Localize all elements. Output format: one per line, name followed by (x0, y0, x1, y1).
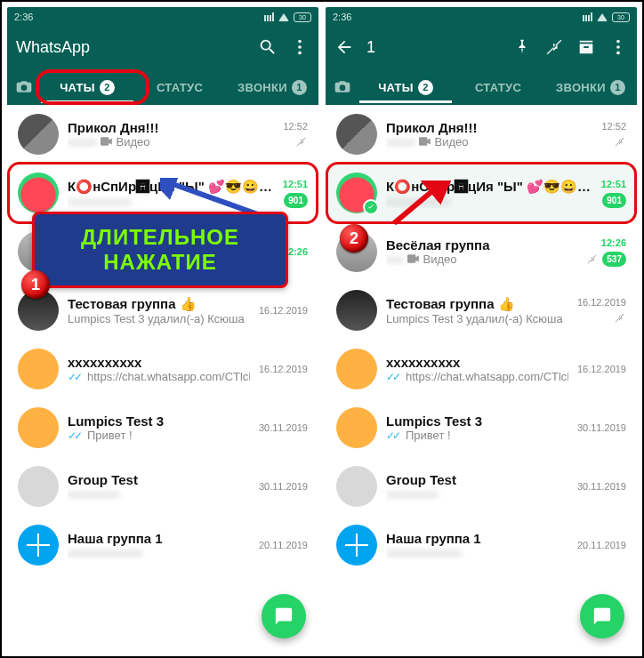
status-bar: 2:36 30 (326, 7, 637, 27)
status-time: 2:36 (333, 12, 351, 22)
chat-row[interactable]: Наша группа 1 xxxxxxxxxxxxx 20.11.2019 (7, 516, 318, 574)
unread-badge: 901 (602, 193, 626, 208)
chat-name: Тестовая группа 👍 (68, 296, 250, 312)
chat-name: Lumpics Test 3 (386, 413, 568, 429)
chat-name: Group Test (386, 472, 568, 487)
svg-point-0 (298, 40, 302, 44)
chat-preview: xxx Видео (386, 253, 576, 266)
chat-preview: Lumpics Test 3 удалил(-а) Ксюша (386, 312, 568, 325)
avatar[interactable] (336, 525, 377, 566)
tab-chats[interactable]: ЧАТЫ 2 (41, 70, 133, 103)
chat-preview: xxxxx Видео (386, 135, 592, 148)
tab-calls[interactable]: ЗВОНКИ 1 (544, 70, 637, 103)
svg-point-5 (616, 45, 620, 49)
chats-badge: 2 (100, 80, 115, 95)
chat-name: К⭕нСпИр🅰цИя "Ы" 💕😎😀👏 (386, 179, 592, 195)
chat-row[interactable]: Lumpics Test 3 ✓✓Привет ! 30.11.2019 (326, 398, 637, 457)
chat-row[interactable]: Весёлая группа xxx Видео 12:26 537 (326, 222, 637, 281)
phone-left: 2:36 30 WhatsApp ЧАТЫ 2 СТАТУС ЗВОНКИ 1 (7, 7, 318, 651)
status-bar: 2:36 30 (7, 7, 318, 27)
avatar[interactable] (18, 525, 59, 566)
chat-row[interactable]: Lumpics Test 3 ✓✓Привет ! 30.11.2019 (7, 398, 318, 457)
mute-icon (613, 135, 626, 148)
mute-icon (613, 311, 626, 325)
chat-row[interactable]: xxxxxxxxxx ✓✓https://chat.whatsapp.com/C… (326, 340, 637, 398)
battery-icon: 30 (294, 12, 311, 22)
svg-point-6 (616, 52, 620, 55)
chat-row[interactable]: К⭕нСпИр🅰цИя "Ы" 💕😎😀👏 xxxxxxxxxxx 12:51 9… (326, 164, 637, 222)
wifi-icon (278, 13, 289, 21)
battery-icon: 30 (612, 12, 630, 22)
chat-preview: ✓✓https://chat.whatsapp.com/CTlcBFu... (386, 370, 568, 383)
tab-calls[interactable]: ЗВОНКИ 1 (226, 70, 318, 103)
signal-icon (580, 12, 592, 21)
calls-badge: 1 (610, 80, 625, 95)
mute-icon[interactable] (544, 37, 564, 57)
video-icon (101, 135, 113, 148)
more-icon[interactable] (290, 37, 310, 57)
chat-preview: ✓✓https://chat.whatsapp.com/CTlcBFu... (68, 370, 250, 383)
avatar[interactable] (336, 173, 377, 213)
back-icon[interactable] (334, 37, 354, 57)
chat-name: К⭕нСпИр🅰цИя "Ы" 💕😎😀👏 (68, 179, 274, 195)
chat-row[interactable]: Тестовая группа 👍 Lumpics Test 3 удалил(… (326, 281, 637, 340)
camera-icon[interactable] (7, 77, 41, 95)
chat-name: Наша группа 1 (386, 531, 568, 546)
tabs: ЧАТЫ 2 СТАТУС ЗВОНКИ 1 (7, 68, 318, 105)
mute-icon (294, 135, 308, 148)
tab-status[interactable]: СТАТУС (133, 71, 226, 102)
svg-point-4 (616, 40, 620, 44)
svg-point-1 (298, 45, 302, 49)
avatar[interactable] (18, 407, 59, 448)
new-chat-fab[interactable] (262, 594, 306, 638)
unread-badge: 901 (284, 193, 308, 208)
chat-list: Прикол Дня!!! xxxxx Видео 12:52 К⭕нСпИр🅰… (7, 105, 318, 651)
chat-name: Наша группа 1 (68, 531, 250, 546)
step-marker-1: 1 (21, 270, 50, 299)
new-chat-fab[interactable] (580, 594, 624, 638)
chat-name: Group Test (68, 472, 250, 487)
chat-name: Тестовая группа 👍 (386, 296, 568, 312)
chat-preview: ✓✓Привет ! (68, 429, 250, 442)
avatar[interactable] (18, 114, 59, 155)
chat-name: Прикол Дня!!! (68, 120, 274, 135)
chat-row[interactable]: Прикол Дня!!! xxxxx Видео 12:52 (326, 105, 637, 164)
unread-badge: 537 (602, 252, 626, 267)
app-title: WhatsApp (16, 38, 246, 57)
avatar[interactable] (336, 290, 377, 331)
chat-row[interactable]: Наша группа 1 xxxxxxxxxxxxx 20.11.2019 (326, 516, 637, 574)
more-icon[interactable] (608, 37, 628, 57)
calls-badge: 1 (292, 80, 307, 95)
video-icon (419, 135, 431, 148)
avatar[interactable] (18, 349, 59, 389)
search-icon[interactable] (258, 37, 278, 57)
chats-badge: 2 (418, 80, 433, 95)
check-icon (363, 199, 379, 215)
chat-row[interactable]: Group Test xxxxxxxxx 30.11.2019 (7, 457, 318, 516)
chat-preview: xxxxxxxxxxxxx (68, 546, 250, 559)
camera-icon[interactable] (326, 77, 359, 95)
archive-icon[interactable] (576, 37, 596, 57)
avatar[interactable] (336, 466, 377, 507)
mute-icon (585, 253, 599, 266)
tab-chats[interactable]: ЧАТЫ 2 (359, 70, 452, 103)
chat-row[interactable]: Group Test xxxxxxxxx 30.11.2019 (326, 457, 637, 516)
avatar[interactable] (336, 114, 377, 155)
wifi-icon (597, 13, 608, 21)
chat-preview: xxxxxxxxx (386, 487, 568, 501)
pin-icon[interactable] (512, 37, 532, 57)
avatar[interactable] (18, 466, 59, 507)
avatar[interactable] (336, 349, 377, 389)
selection-app-bar: 1 (326, 27, 637, 68)
chat-name: Lumpics Test 3 (68, 413, 250, 429)
chat-row[interactable]: xxxxxxxxxx ✓✓https://chat.whatsapp.com/C… (7, 340, 318, 398)
avatar[interactable] (18, 173, 59, 213)
chat-row[interactable]: Прикол Дня!!! xxxxx Видео 12:52 (7, 105, 318, 164)
avatar[interactable] (336, 407, 377, 448)
chat-row[interactable]: Тестовая группа 👍 Lumpics Test 3 удалил(… (7, 281, 318, 340)
tab-status[interactable]: СТАТУС (452, 71, 544, 102)
chat-preview: xxxxxxxxxxxxx (386, 546, 568, 559)
app-bar: WhatsApp (7, 27, 318, 68)
chat-preview: xxxxx Видео (68, 135, 274, 148)
status-time: 2:36 (14, 12, 33, 22)
